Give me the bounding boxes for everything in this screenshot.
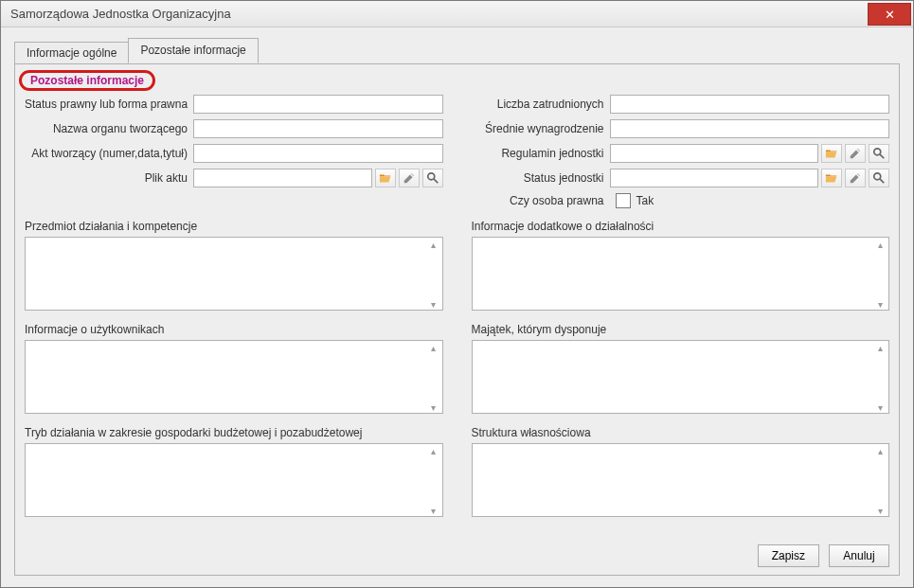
textarea-tryb-dzialania[interactable] bbox=[25, 443, 443, 517]
svg-line-3 bbox=[880, 154, 884, 158]
plik-aktu-search-button[interactable] bbox=[422, 169, 443, 187]
client-area: Informacje ogólne Pozostałe informacje P… bbox=[1, 27, 913, 587]
dialog-window: Samorządowa Jednostka Organizacyjna ✕ In… bbox=[0, 0, 914, 588]
pencil-icon bbox=[403, 171, 416, 185]
status-edit-button[interactable] bbox=[845, 169, 866, 187]
scroll-up-icon: ▴ bbox=[874, 344, 886, 353]
input-akt-tworzacy[interactable] bbox=[193, 144, 443, 163]
label-liczba-zatrudnionych: Liczba zatrudnionych bbox=[472, 98, 610, 111]
section-title: Pozostałe informacje bbox=[25, 74, 150, 87]
pencil-icon bbox=[849, 147, 862, 160]
input-regulamin-jednostki[interactable] bbox=[610, 144, 819, 163]
magnifier-icon bbox=[872, 171, 886, 185]
scroll-down-icon: ▾ bbox=[428, 507, 439, 516]
input-status-jednostki[interactable] bbox=[610, 169, 819, 187]
label-regulamin-jednostki: Regulamin jednostki bbox=[472, 147, 610, 160]
input-nazwa-organu[interactable] bbox=[193, 119, 443, 138]
tab-informacje-ogolne[interactable]: Informacje ogólne bbox=[14, 42, 129, 64]
tab-pozostale-informacje[interactable]: Pozostałe informacje bbox=[128, 38, 258, 63]
label-plik-aktu: Plik aktu bbox=[25, 171, 193, 185]
label-nazwa-organu: Nazwa organu tworzącego bbox=[25, 122, 193, 135]
scroll-up-icon: ▴ bbox=[428, 447, 439, 456]
scroll-up-icon: ▴ bbox=[428, 344, 439, 353]
svg-line-5 bbox=[880, 179, 884, 183]
input-status-prawny[interactable] bbox=[193, 95, 443, 114]
label-struktura-wlasnosciowa: Struktura własnościowa bbox=[472, 426, 890, 439]
scroll-up-icon: ▴ bbox=[874, 241, 886, 250]
cancel-button[interactable]: Anuluj bbox=[829, 544, 889, 567]
plik-aktu-edit-button[interactable] bbox=[399, 169, 420, 187]
scroll-up-icon: ▴ bbox=[428, 241, 439, 250]
regulamin-open-button[interactable] bbox=[821, 144, 842, 163]
magnifier-icon bbox=[872, 147, 886, 160]
textarea-column-left: Przedmiot działania i kompetencje ▴ ▾ In… bbox=[25, 220, 443, 529]
folder-open-icon bbox=[379, 171, 392, 185]
regulamin-search-button[interactable] bbox=[869, 144, 889, 163]
textarea-column-right: Informacje dodatkowe o działalności ▴ ▾ … bbox=[472, 220, 890, 529]
pencil-icon bbox=[849, 171, 862, 185]
checkbox-czy-osoba-prawna[interactable] bbox=[616, 193, 631, 208]
dialog-footer: Zapisz Anuluj bbox=[758, 544, 889, 567]
window-title: Samorządowa Jednostka Organizacyjna bbox=[10, 7, 231, 21]
tab-panel: Pozostałe informacje Status prawny lub f… bbox=[14, 63, 900, 576]
save-button[interactable]: Zapisz bbox=[758, 544, 819, 567]
folder-open-icon bbox=[825, 171, 838, 185]
status-search-button[interactable] bbox=[869, 169, 889, 187]
scroll-down-icon: ▾ bbox=[874, 300, 886, 310]
textarea-struktura-wlasnosciowa[interactable] bbox=[472, 443, 890, 517]
column-left: Status prawny lub forma prawna Nazwa org… bbox=[25, 95, 443, 214]
close-icon: ✕ bbox=[885, 8, 895, 22]
section-header: Pozostałe informacje bbox=[25, 74, 150, 87]
label-przedmiot-dzialania: Przedmiot działania i kompetencje bbox=[25, 220, 443, 233]
label-srednie-wynagrodzenie: Średnie wynagrodzenie bbox=[472, 122, 610, 135]
scroll-up-icon: ▴ bbox=[874, 447, 886, 456]
label-tryb-dzialania: Tryb działania w zakresie gospodarki bud… bbox=[25, 426, 443, 439]
label-informacje-uzytkownikach: Informacje o użytkownikach bbox=[25, 323, 443, 336]
input-liczba-zatrudnionych[interactable] bbox=[610, 95, 890, 114]
scroll-down-icon: ▾ bbox=[428, 300, 439, 310]
plik-aktu-open-button[interactable] bbox=[375, 169, 396, 187]
scroll-down-icon: ▾ bbox=[874, 403, 886, 413]
label-informacje-dodatkowe: Informacje dodatkowe o działalności bbox=[472, 220, 890, 233]
titlebar: Samorządowa Jednostka Organizacyjna ✕ bbox=[1, 1, 913, 27]
column-right: Liczba zatrudnionych Średnie wynagrodzen… bbox=[472, 95, 890, 214]
label-status-jednostki: Status jednostki bbox=[472, 171, 610, 185]
magnifier-icon bbox=[426, 171, 439, 185]
scroll-down-icon: ▾ bbox=[874, 507, 886, 516]
textarea-informacje-dodatkowe[interactable] bbox=[472, 237, 890, 311]
form-columns: Status prawny lub forma prawna Nazwa org… bbox=[25, 95, 889, 214]
textarea-majatek[interactable] bbox=[472, 340, 890, 414]
svg-point-2 bbox=[874, 149, 881, 155]
folder-open-icon bbox=[825, 147, 838, 160]
svg-point-0 bbox=[427, 173, 434, 180]
svg-point-4 bbox=[874, 173, 881, 180]
tab-strip: Informacje ogólne Pozostałe informacje bbox=[14, 41, 900, 63]
checkbox-czy-osoba-prawna-label: Tak bbox=[636, 194, 654, 207]
label-akt-tworzacy: Akt tworzący (numer,data,tytuł) bbox=[25, 147, 193, 160]
label-majatek: Majątek, którym dysponuje bbox=[472, 323, 890, 336]
textarea-informacje-uzytkownikach[interactable] bbox=[25, 340, 443, 414]
input-plik-aktu[interactable] bbox=[193, 169, 372, 187]
input-srednie-wynagrodzenie[interactable] bbox=[610, 119, 890, 138]
textarea-columns: Przedmiot działania i kompetencje ▴ ▾ In… bbox=[25, 220, 889, 529]
svg-line-1 bbox=[433, 179, 437, 183]
textarea-przedmiot-dzialania[interactable] bbox=[25, 237, 443, 311]
close-button[interactable]: ✕ bbox=[868, 3, 911, 26]
label-status-prawny: Status prawny lub forma prawna bbox=[25, 98, 193, 111]
status-open-button[interactable] bbox=[821, 169, 842, 187]
scroll-down-icon: ▾ bbox=[428, 403, 439, 413]
label-czy-osoba-prawna: Czy osoba prawna bbox=[472, 194, 610, 207]
regulamin-edit-button[interactable] bbox=[845, 144, 866, 163]
